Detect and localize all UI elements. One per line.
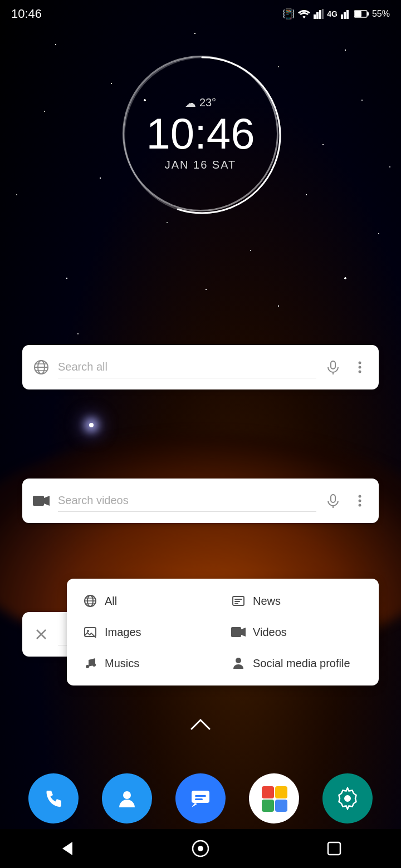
svg-point-19 (359, 362, 361, 364)
search-all-placeholder: Search all (58, 361, 107, 373)
status-bar: 10:46 📳 4G (0, 0, 401, 28)
mic-icon-1[interactable] (323, 357, 343, 377)
network-type: 4G (327, 9, 338, 18)
svg-point-58 (344, 795, 351, 802)
svg-point-26 (359, 495, 361, 498)
dropdown-label-all: All (105, 595, 117, 608)
nav-bar (0, 829, 401, 868)
svg-rect-56 (262, 800, 274, 812)
svg-rect-40 (234, 599, 242, 600)
dropdown-item-videos[interactable]: Videos (228, 621, 365, 643)
svg-point-44 (87, 630, 89, 632)
dropdown-item-images[interactable]: Images (80, 621, 217, 643)
svg-rect-53 (195, 798, 203, 800)
svg-rect-43 (85, 628, 96, 637)
dock-contacts-button[interactable] (102, 773, 152, 823)
svg-marker-46 (241, 628, 246, 637)
svg-rect-42 (234, 603, 238, 604)
svg-rect-41 (234, 601, 240, 602)
svg-rect-5 (344, 12, 346, 19)
dock-launcher-button[interactable] (249, 773, 299, 823)
svg-point-20 (359, 366, 361, 369)
svg-rect-45 (231, 627, 241, 637)
svg-rect-55 (275, 786, 287, 798)
bright-star (89, 423, 94, 427)
svg-rect-2 (319, 10, 321, 19)
dropdown-label-images: Images (105, 626, 141, 639)
news-icon (231, 594, 246, 608)
svg-rect-57 (275, 800, 287, 812)
dropdown-label-news: News (253, 595, 281, 608)
dock-phone-button[interactable] (28, 773, 79, 823)
video-icon (31, 491, 51, 511)
dropdown-item-news[interactable]: News (228, 590, 365, 612)
nav-recents-button[interactable] (317, 832, 351, 865)
close-icon[interactable] (31, 624, 51, 644)
dock-settings-button[interactable] (322, 773, 373, 823)
status-icons: 📳 4G (282, 8, 390, 20)
wifi-icon (298, 9, 310, 19)
svg-rect-17 (331, 361, 335, 369)
person-icon (231, 657, 246, 670)
svg-marker-23 (44, 496, 50, 506)
search-videos-bar[interactable]: Search videos (22, 479, 379, 523)
more-icon-2[interactable] (350, 491, 370, 511)
vibrate-icon: 📳 (282, 8, 295, 20)
svg-rect-9 (367, 12, 369, 16)
svg-rect-4 (341, 14, 343, 19)
music-icon (82, 657, 98, 670)
signal2-icon (341, 9, 351, 19)
svg-rect-54 (262, 786, 274, 798)
dropdown-grid: All News Images (80, 590, 365, 674)
more-icon-1[interactable] (350, 357, 370, 377)
svg-point-21 (359, 371, 361, 373)
svg-point-27 (359, 500, 361, 502)
mic-icon-2[interactable] (323, 491, 343, 511)
search-all-bar[interactable]: Search all (22, 345, 379, 389)
signal-icon (314, 9, 324, 19)
search-videos-placeholder: Search videos (58, 494, 129, 507)
dropdown-label-videos: Videos (253, 626, 287, 639)
dock-messages-button[interactable] (175, 773, 226, 823)
svg-point-48 (92, 663, 96, 667)
videos-icon (231, 627, 246, 638)
svg-rect-3 (322, 9, 324, 19)
svg-rect-22 (33, 496, 44, 506)
svg-rect-24 (331, 495, 335, 502)
dropdown-label-social: Social media profile (253, 657, 350, 670)
dropdown-menu: All News Images (67, 579, 379, 685)
svg-rect-8 (355, 11, 361, 17)
globe-icon (31, 357, 51, 377)
svg-rect-62 (328, 842, 340, 855)
svg-point-49 (236, 658, 241, 663)
svg-rect-6 (346, 10, 349, 19)
svg-marker-59 (62, 842, 72, 855)
svg-rect-1 (316, 12, 319, 19)
search-all-input[interactable]: Search all (58, 356, 316, 378)
dropdown-item-all[interactable]: All (80, 590, 217, 612)
clock-ring: ☁ 23° 10:46 JAN 16 SAT (123, 56, 278, 211)
all-globe-icon (82, 594, 98, 608)
svg-rect-52 (195, 795, 206, 797)
chevron-up-icon[interactable] (190, 718, 211, 730)
svg-rect-0 (314, 14, 316, 19)
svg-point-50 (123, 791, 131, 799)
nav-back-button[interactable] (50, 832, 84, 865)
clock-widget: ☁ 23° 10:46 JAN 16 SAT (123, 56, 278, 211)
dropdown-item-musics[interactable]: Musics (80, 652, 217, 674)
battery-percent: 55% (372, 9, 390, 19)
search-videos-input[interactable]: Search videos (58, 490, 316, 512)
status-time: 10:46 (11, 7, 42, 21)
dropdown-item-social[interactable]: Social media profile (228, 652, 365, 674)
images-icon (82, 625, 98, 639)
dock (0, 773, 401, 823)
battery-icon (354, 9, 369, 18)
svg-point-61 (198, 846, 203, 851)
nav-home-button[interactable] (184, 832, 217, 865)
dropdown-label-musics: Musics (105, 657, 139, 670)
svg-point-47 (86, 665, 89, 668)
svg-point-28 (359, 504, 361, 507)
